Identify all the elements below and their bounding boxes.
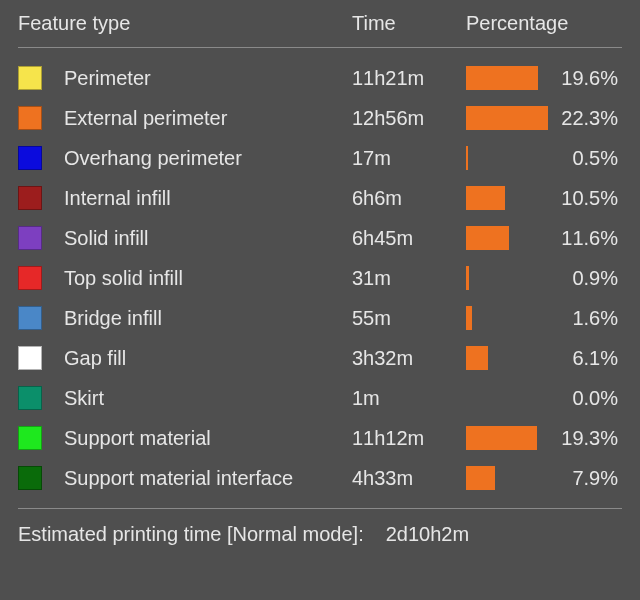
- percentage-value: 22.3%: [548, 107, 622, 130]
- feature-label: Solid infill: [64, 227, 352, 250]
- percentage-bar: [466, 346, 548, 370]
- feature-label: Top solid infill: [64, 267, 352, 290]
- percentage-bar: [466, 66, 548, 90]
- percentage-value: 19.6%: [548, 67, 622, 90]
- time-value: 4h33m: [352, 467, 466, 490]
- feature-label: Gap fill: [64, 347, 352, 370]
- feature-label: Support material: [64, 427, 352, 450]
- color-swatch: [18, 66, 42, 90]
- time-value: 6h6m: [352, 187, 466, 210]
- percentage-bar: [466, 466, 548, 490]
- table-row: Skirt1m0.0%: [18, 378, 622, 418]
- percentage-bar-fill: [466, 226, 509, 250]
- time-value: 17m: [352, 147, 466, 170]
- time-value: 31m: [352, 267, 466, 290]
- percentage-bar-fill: [466, 106, 548, 130]
- percentage-bar-fill: [466, 186, 505, 210]
- percentage-value: 7.9%: [548, 467, 622, 490]
- percentage-value: 0.5%: [548, 147, 622, 170]
- color-swatch: [18, 186, 42, 210]
- time-value: 55m: [352, 307, 466, 330]
- percentage-bar: [466, 386, 548, 410]
- color-swatch: [18, 266, 42, 290]
- percentage-bar-fill: [466, 466, 495, 490]
- percentage-value: 0.9%: [548, 267, 622, 290]
- table-row: Bridge infill55m1.6%: [18, 298, 622, 338]
- percentage-value: 19.3%: [548, 427, 622, 450]
- feature-label: Overhang perimeter: [64, 147, 352, 170]
- header-feature: Feature type: [18, 12, 352, 35]
- color-swatch: [18, 466, 42, 490]
- header-percentage: Percentage: [466, 12, 620, 35]
- divider: [18, 508, 622, 509]
- footer-value: 2d10h2m: [386, 523, 469, 546]
- time-value: 6h45m: [352, 227, 466, 250]
- percentage-value: 11.6%: [548, 227, 622, 250]
- color-swatch: [18, 386, 42, 410]
- print-time-panel: Feature type Time Percentage Perimeter11…: [0, 0, 640, 560]
- percentage-value: 1.6%: [548, 307, 622, 330]
- color-swatch: [18, 146, 42, 170]
- percentage-bar-fill: [466, 306, 472, 330]
- time-value: 11h12m: [352, 427, 466, 450]
- feature-label: Support material interface: [64, 467, 352, 490]
- table-row: Top solid infill31m0.9%: [18, 258, 622, 298]
- percentage-bar: [466, 106, 548, 130]
- table-row: Solid infill6h45m11.6%: [18, 218, 622, 258]
- color-swatch: [18, 426, 42, 450]
- feature-label: Perimeter: [64, 67, 352, 90]
- table-row: Overhang perimeter17m0.5%: [18, 138, 622, 178]
- table-row: Support material interface4h33m7.9%: [18, 458, 622, 498]
- feature-label: External perimeter: [64, 107, 352, 130]
- footer: Estimated printing time [Normal mode]: 2…: [18, 521, 622, 546]
- table-row: Support material11h12m19.3%: [18, 418, 622, 458]
- feature-label: Bridge infill: [64, 307, 352, 330]
- time-value: 1m: [352, 387, 466, 410]
- divider: [18, 47, 622, 48]
- feature-rows: Perimeter11h21m19.6%External perimeter12…: [18, 58, 622, 498]
- percentage-bar-fill: [466, 426, 537, 450]
- time-value: 3h32m: [352, 347, 466, 370]
- color-swatch: [18, 226, 42, 250]
- time-value: 12h56m: [352, 107, 466, 130]
- table-row: Gap fill3h32m6.1%: [18, 338, 622, 378]
- footer-label: Estimated printing time [Normal mode]:: [18, 523, 364, 546]
- percentage-value: 0.0%: [548, 387, 622, 410]
- table-row: External perimeter12h56m22.3%: [18, 98, 622, 138]
- header-time: Time: [352, 12, 466, 35]
- percentage-bar-fill: [466, 266, 469, 290]
- color-swatch: [18, 346, 42, 370]
- time-value: 11h21m: [352, 67, 466, 90]
- percentage-bar: [466, 426, 548, 450]
- percentage-bar: [466, 266, 548, 290]
- percentage-value: 10.5%: [548, 187, 622, 210]
- color-swatch: [18, 306, 42, 330]
- percentage-value: 6.1%: [548, 347, 622, 370]
- percentage-bar: [466, 306, 548, 330]
- color-swatch: [18, 106, 42, 130]
- percentage-bar-fill: [466, 146, 468, 170]
- table-header: Feature type Time Percentage: [18, 10, 622, 43]
- percentage-bar: [466, 226, 548, 250]
- percentage-bar: [466, 146, 548, 170]
- feature-label: Skirt: [64, 387, 352, 410]
- feature-label: Internal infill: [64, 187, 352, 210]
- percentage-bar: [466, 186, 548, 210]
- percentage-bar-fill: [466, 66, 538, 90]
- percentage-bar-fill: [466, 346, 488, 370]
- table-row: Perimeter11h21m19.6%: [18, 58, 622, 98]
- table-row: Internal infill6h6m10.5%: [18, 178, 622, 218]
